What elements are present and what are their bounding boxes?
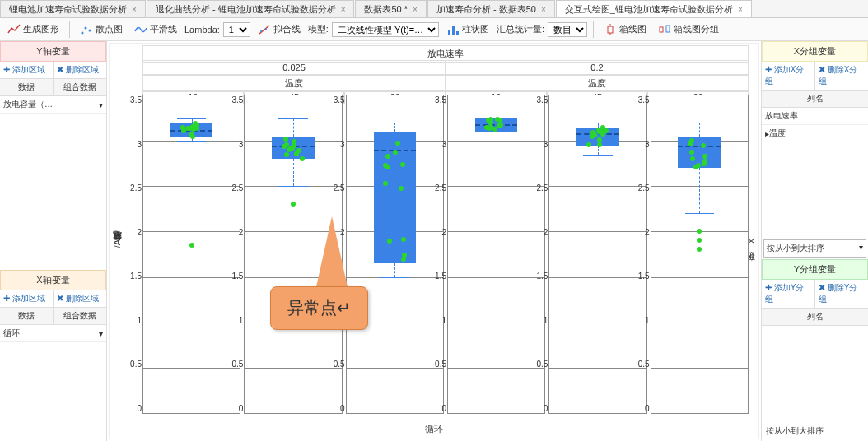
subplot-5: 3.532.521.510.50: [651, 95, 749, 414]
fit-button[interactable]: 拟合线: [254, 21, 305, 39]
boxplot-button[interactable]: 箱线图: [600, 21, 651, 39]
svg-rect-6: [448, 30, 450, 35]
stat-select[interactable]: 数目: [548, 22, 587, 37]
scatter-icon: [80, 23, 93, 36]
tab-2[interactable]: 数据表50 *×: [355, 0, 426, 17]
y-axis-label: 放电容量/Ah: [111, 234, 124, 248]
sort-label-bottom: 按从小到大排序: [763, 423, 866, 439]
facet-rate-1: 0.2: [446, 60, 749, 75]
x-axis-label: 循环: [425, 423, 443, 435]
del-x-region-button[interactable]: ✖ 删除区域: [54, 290, 106, 307]
svg-point-0: [82, 31, 84, 34]
tab-bar: 锂电池加速寿命试验数据分析× 退化曲线分析 - 锂电池加速寿命试验数据分析× 数…: [0, 0, 868, 18]
col-data2: 数据: [0, 308, 54, 324]
lambda-select[interactable]: 1: [223, 22, 250, 37]
col-group2: 组合数据: [54, 308, 106, 324]
close-icon[interactable]: ×: [541, 5, 546, 14]
bar-button[interactable]: 柱状图: [442, 21, 493, 39]
y-var-header: Y轴变量: [0, 41, 106, 62]
svg-line-3: [259, 26, 269, 34]
close-icon[interactable]: ×: [738, 5, 743, 14]
chart-area: 放电容量/Ah X分组 放电速率 0.025 0.2 温度 温度 1045601…: [107, 41, 761, 441]
svg-point-2: [89, 29, 91, 31]
tab-0[interactable]: 锂电池加速寿命试验数据分析×: [0, 0, 146, 17]
add-x-group-button[interactable]: ✚ 添加X分组: [762, 62, 815, 90]
boxplot-icon: [604, 23, 617, 36]
model-label: 模型:: [308, 23, 329, 35]
svg-point-5: [265, 28, 267, 30]
generate-chart-button[interactable]: 生成图形: [3, 21, 63, 39]
model-select[interactable]: 二次线性模型 Y(t)=…: [332, 22, 439, 37]
colname-hdr: 列名: [762, 91, 868, 107]
tab-4-active[interactable]: 交互式绘图_锂电池加速寿命试验数据分析×: [556, 0, 752, 17]
smooth-button[interactable]: 平滑线: [130, 21, 181, 39]
smooth-line-icon: [134, 23, 147, 36]
x-group-header: X分组变量: [762, 41, 868, 62]
stat-label: 汇总统计量:: [497, 23, 544, 35]
right-panel: X分组变量 ✚ 添加X分组 ✖ 删除X分组 列名 放电速率 ▸ 温度 按从小到大…: [761, 41, 868, 441]
line-chart-icon: [7, 23, 21, 36]
y-group-header: Y分组变量: [762, 259, 868, 280]
chevron-down-icon[interactable]: ▾: [99, 329, 103, 338]
svg-point-4: [260, 30, 262, 32]
col-group: 组合数据: [54, 79, 106, 95]
bar-chart-icon: [446, 23, 460, 36]
boxplot-group-icon: [658, 23, 671, 36]
chevron-down-icon[interactable]: ▾: [99, 100, 103, 109]
sort-select[interactable]: 按从小到大排序 ▾: [763, 239, 866, 258]
xgroup-val-1[interactable]: 放电速率: [762, 108, 868, 125]
boxplot-group-button[interactable]: 箱线图分组: [654, 21, 723, 39]
colname-hdr2: 列名: [762, 309, 868, 325]
lambda-label: Lambda:: [184, 25, 220, 35]
svg-rect-13: [666, 26, 670, 32]
xgroup-val-2[interactable]: ▸ 温度: [762, 125, 868, 142]
y-var-value[interactable]: 放电容量（…▾: [0, 96, 106, 114]
svg-rect-12: [660, 27, 663, 32]
facet-rate-0: 0.025: [142, 60, 446, 75]
fit-line-icon: [258, 23, 271, 36]
outlier-annotation: 异常点↵: [270, 286, 368, 330]
add-y-region-button[interactable]: ✚ 添加区域: [0, 62, 54, 78]
svg-rect-9: [608, 26, 613, 33]
del-y-group-button[interactable]: ✖ 删除Y分组: [815, 280, 868, 308]
add-y-group-button[interactable]: ✚ 添加Y分组: [762, 280, 815, 308]
close-icon[interactable]: ×: [341, 5, 346, 14]
svg-point-1: [85, 26, 87, 29]
del-x-group-button[interactable]: ✖ 删除X分组: [815, 62, 868, 90]
tab-3[interactable]: 加速寿命分析 - 数据表50×: [427, 0, 555, 17]
close-icon[interactable]: ×: [413, 5, 418, 14]
left-panel: Y轴变量 ✚ 添加区域 ✖ 删除区域 数据组合数据 放电容量（…▾ X轴变量 ✚…: [0, 41, 107, 441]
close-icon[interactable]: ×: [132, 5, 137, 14]
del-y-region-button[interactable]: ✖ 删除区域: [54, 62, 106, 78]
svg-rect-7: [452, 26, 455, 35]
scatter-button[interactable]: 散点图: [76, 21, 127, 39]
col-data: 数据: [0, 79, 54, 95]
toolbar: 生成图形 散点图 平滑线 Lambda: 1 拟合线 模型: 二次线性模型 Y(…: [0, 18, 868, 41]
add-x-region-button[interactable]: ✚ 添加区域: [0, 290, 54, 307]
x-var-value[interactable]: 循环▾: [0, 325, 106, 342]
svg-rect-8: [456, 31, 459, 35]
x-var-header: X轴变量: [0, 270, 106, 290]
tab-1[interactable]: 退化曲线分析 - 锂电池加速寿命试验数据分析×: [147, 0, 355, 17]
chevron-down-icon: ▾: [859, 243, 863, 252]
annotation-pointer: [315, 216, 348, 290]
